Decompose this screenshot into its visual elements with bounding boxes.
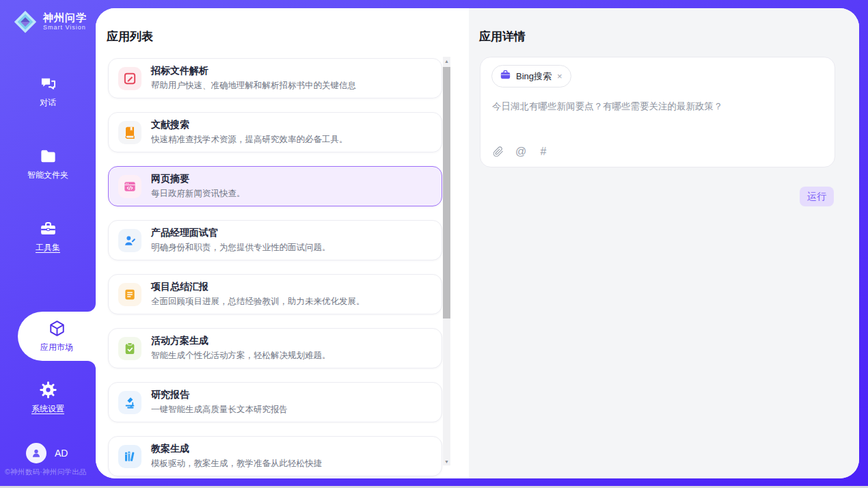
books-icon	[118, 445, 141, 468]
folder-icon	[39, 147, 57, 165]
user-avatar-icon	[26, 443, 46, 463]
app-card-list: 招标文件解析 帮助用户快速、准确地理解和解析招标书中的关键信息 文献搜索 快速精…	[108, 58, 442, 476]
cube-icon	[48, 319, 66, 338]
copyright-text: ©神州数码·神州问学出品	[5, 467, 87, 477]
brand-logo: 神州问学 Smart Vision	[12, 9, 87, 35]
prompt-card: Bing搜索 × 今日湖北有哪些新闻要点？有哪些需要关注的最新政策？ @#	[480, 57, 835, 167]
memo-icon	[118, 283, 141, 306]
chip-close-icon[interactable]: ×	[556, 71, 563, 81]
sidebar: 神州问学 Smart Vision 对话 智能文件夹 工具集 应用市场 系统设置…	[0, 0, 96, 488]
brand-name: 神州问学	[43, 12, 87, 23]
app-detail-title: 应用详情	[479, 29, 526, 44]
app-card-research-report[interactable]: 研究报告 一键智能生成高质量长文本研究报告	[108, 382, 442, 422]
tool-chip-label: Bing搜索	[516, 70, 552, 83]
clipboard-check-icon	[118, 337, 141, 360]
sidebar-item-smart-folder[interactable]: 智能文件夹	[0, 148, 96, 180]
chat-icon	[39, 74, 57, 93]
edit-doc-icon	[118, 67, 141, 90]
app-card-web-summary[interactable]: 网页摘要 每日政府新闻资讯快查。	[108, 166, 442, 206]
paperclip-icon[interactable]	[492, 146, 504, 158]
microscope-icon	[118, 391, 141, 414]
brand-subtitle: Smart Vision	[43, 25, 87, 31]
app-card-lesson-plan[interactable]: 教案生成 模板驱动，教案生成，教学准备从此轻松快捷	[108, 436, 442, 476]
scroll-up-icon[interactable]: ▲	[444, 57, 449, 65]
sidebar-item-toolset[interactable]: 工具集	[0, 220, 96, 253]
app-card-event-plan[interactable]: 活动方案生成 智能生成个性化活动方案，轻松解决规划难题。	[108, 328, 442, 368]
query-input[interactable]: 今日湖北有哪些新闻要点？有哪些需要关注的最新政策？	[492, 100, 824, 113]
interviewer-icon	[118, 229, 141, 252]
run-button[interactable]: 运行	[800, 187, 834, 206]
sidebar-nav: 对话 智能文件夹 工具集 应用市场 系统设置	[0, 75, 96, 454]
diamond-logo-icon	[12, 9, 38, 35]
sidebar-item-chat[interactable]: 对话	[0, 75, 96, 108]
input-toolbar: @#	[492, 146, 550, 158]
main-container: 应用列表 招标文件解析 帮助用户快速、准确地理解和解析招标书中的关键信息 文献搜…	[96, 8, 859, 478]
toolbox-icon	[39, 219, 57, 238]
scroll-down-icon[interactable]: ▼	[444, 457, 449, 465]
at-icon[interactable]: @	[515, 146, 527, 158]
app-card-pm-interviewer[interactable]: 产品经理面试官 明确身份和职责，为您提供专业性的面试问题。	[108, 220, 442, 260]
scrollbar-thumb[interactable]	[443, 67, 450, 318]
briefcase-icon	[500, 69, 511, 83]
browser-code-icon	[118, 175, 141, 198]
user-name: AD	[55, 448, 68, 459]
app-card-bid-doc-parse[interactable]: 招标文件解析 帮助用户快速、准确地理解和解析招标书中的关键信息	[108, 58, 442, 98]
app-list-title: 应用列表	[107, 29, 153, 44]
hash-icon[interactable]: #	[537, 146, 550, 158]
user-row[interactable]: AD	[26, 443, 68, 463]
sidebar-item-app-market[interactable]: 应用市场	[18, 312, 96, 361]
sidebar-item-settings[interactable]: 系统设置	[0, 381, 96, 414]
book-icon	[118, 121, 141, 144]
tool-chip-bing-search[interactable]: Bing搜索 ×	[491, 65, 571, 87]
app-card-project-summary[interactable]: 项目总结汇报 全面回顾项目进展，总结经验教训，助力未来优化发展。	[108, 274, 442, 314]
gear-icon	[39, 381, 57, 399]
app-detail-panel: 应用详情 Bing搜索 × 今日湖北有哪些新闻要点？有哪些需要关注的最新政策？ …	[469, 8, 859, 478]
scrollbar[interactable]: ▲ ▼	[443, 57, 450, 465]
app-list-panel: 应用列表 招标文件解析 帮助用户快速、准确地理解和解析招标书中的关键信息 文献搜…	[96, 8, 469, 478]
app-card-literature-search[interactable]: 文献搜索 快速精准查找学术资源，提高研究效率的必备工具。	[108, 112, 442, 152]
